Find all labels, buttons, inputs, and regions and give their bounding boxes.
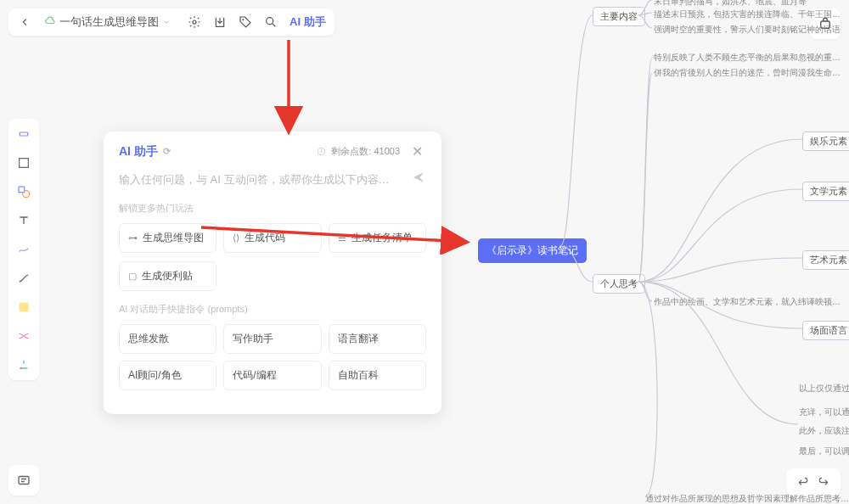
export-icon[interactable] (211, 14, 228, 31)
code-icon: ⟨⟩ (233, 232, 239, 244)
send-button[interactable] (411, 170, 426, 188)
node-entertainment[interactable]: 娱乐元素 (802, 132, 849, 151)
redo-button[interactable] (815, 473, 832, 490)
ai-assistant-button[interactable]: AI 助手 (290, 14, 326, 30)
prompt-writing[interactable]: 写作助手 (223, 324, 321, 354)
leaf[interactable]: 作品中的绘画、文学和艺术元素，就入纬译映顿的领悟感情 (654, 295, 841, 308)
tool-sticky[interactable] (15, 299, 32, 316)
leaf[interactable]: 特别反映了人类不顾生态平衡的后果和忽视的重要性 (654, 51, 841, 64)
svg-point-6 (23, 191, 30, 198)
ai-input[interactable] (119, 173, 411, 186)
section-prompts: AI 对话助手快捷指令 (prompts) (119, 303, 426, 316)
chip-code[interactable]: ⟨⟩生成代码 (223, 223, 321, 253)
leaf[interactable]: 以上仅仅通过艺术讨论中的音乐、文学和文 (799, 382, 849, 395)
tool-text[interactable] (15, 212, 32, 229)
node-art[interactable]: 艺术元素 (802, 250, 849, 270)
ai-panel: AI 助手 ⟳ 剩余点数: 41003 ✕ 解锁更多热门玩法 ⊶生成思维导图 ⟨… (104, 132, 441, 414)
svg-rect-3 (20, 132, 27, 136)
svg-point-8 (20, 367, 22, 370)
prompt-consult[interactable]: AI顾问/角色 (119, 361, 216, 390)
left-toolbar (8, 119, 39, 380)
leaf[interactable]: 末日审判的描写，如洪水、地震、血月等 (654, 0, 807, 8)
doc-title-text: 一句话生成思维导图 (59, 14, 159, 30)
annotation-arrow-1 (272, 36, 323, 137)
refresh-icon[interactable]: ⟳ (163, 146, 171, 157)
svg-rect-7 (20, 303, 29, 312)
close-button[interactable]: ✕ (408, 143, 426, 160)
leaf[interactable]: 强调时空的重要性，警示人们要时刻铭记神的话语 (654, 23, 841, 36)
ai-panel-title: AI 助手 ⟳ (119, 144, 171, 160)
undo-button[interactable] (795, 473, 812, 490)
tool-connector[interactable] (15, 270, 32, 287)
back-button[interactable] (17, 14, 32, 30)
section-hot: 解锁更多热门玩法 (119, 202, 426, 215)
svg-point-0 (193, 20, 196, 24)
leaf[interactable]: 此外，应该注意作为利用意维，文学实 (799, 424, 849, 437)
node-scene[interactable]: 场面语言 (802, 321, 849, 340)
mindmap-icon: ⊶ (128, 232, 138, 244)
svg-point-1 (242, 19, 244, 20)
leaf[interactable]: 最后，可以调研供给比极的愿人产生强烈解决消费，坏状病、从而进一步得得许性，文学家… (799, 445, 849, 457)
mindmap-root-node[interactable]: 《启示录》读书笔记 (478, 238, 587, 263)
leaf[interactable]: 描述末日预兆，包括灾害的接连降临、千年王国的到来等 (654, 8, 841, 20)
node-main-content[interactable]: 主要内容 (593, 7, 645, 26)
prompt-diverge[interactable]: 思维发散 (119, 324, 216, 354)
leaf[interactable]: 通过对作品所展现的思想及哲学因素理解作品所思考最后 (645, 492, 849, 504)
chip-sticky[interactable]: ▢生成便利贴 (119, 261, 216, 291)
bottom-left-button[interactable] (8, 465, 39, 496)
settings-icon[interactable] (186, 14, 203, 31)
tool-cross[interactable] (15, 328, 32, 344)
node-thinking[interactable]: 个人思考 (593, 274, 645, 294)
prompt-coding[interactable]: 代码/编程 (223, 361, 321, 390)
search-icon[interactable] (262, 14, 279, 31)
prompt-translate[interactable]: 语言翻译 (329, 324, 426, 354)
leaf[interactable]: 併我的背後别人的生日的迷茫，曾时间漫我生命价值和思维的认知是早在读者眼 (654, 66, 841, 79)
svg-rect-4 (20, 159, 29, 168)
topbar: 一句话生成思维导图 AI 助手 (8, 8, 335, 36)
node-literature[interactable]: 文学元素 (802, 182, 849, 201)
prompt-encyclopedia[interactable]: 自助百科 (329, 361, 426, 390)
svg-point-9 (25, 367, 28, 370)
chip-mindmap[interactable]: ⊶生成思维导图 (119, 223, 216, 253)
tool-pen[interactable] (15, 241, 32, 258)
tasklist-icon: ☰ (338, 232, 346, 244)
tool-frame[interactable] (15, 154, 32, 171)
credits-text: 剩余点数: 41003 (317, 145, 400, 158)
tool-select[interactable] (15, 126, 32, 143)
tag-icon[interactable] (237, 14, 254, 31)
tool-more[interactable] (15, 356, 32, 373)
sticky-icon: ▢ (128, 271, 137, 282)
tool-shape[interactable] (15, 183, 32, 200)
chip-tasklist[interactable]: ☰生成任务清单 (329, 223, 426, 253)
leaf[interactable]: 充详，可以通过思考你会对正境界共性，升 (799, 406, 849, 418)
svg-point-2 (267, 18, 273, 25)
doc-title[interactable]: 一句话生成思维导图 (41, 14, 174, 30)
svg-rect-10 (19, 477, 29, 484)
